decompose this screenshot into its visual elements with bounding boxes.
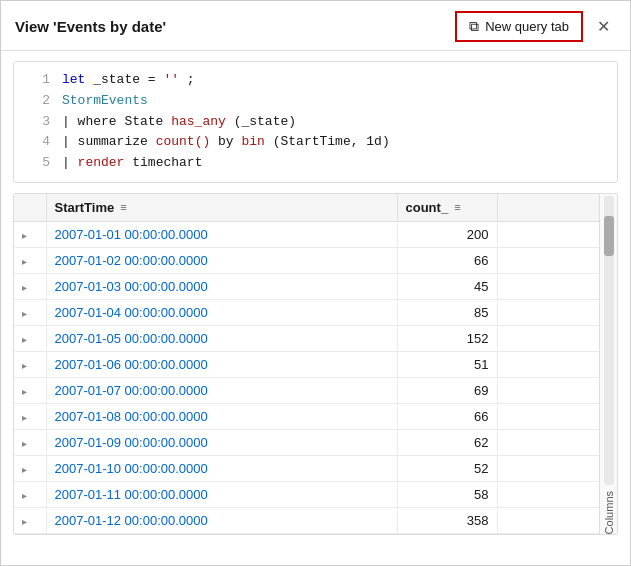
expand-chevron-icon[interactable]: ▸ [22, 256, 27, 267]
table-header-row: StartTime ≡ count_ ≡ [14, 194, 617, 222]
row-expand-cell[interactable]: ▸ [14, 247, 46, 273]
row-count-cell: 200 [397, 221, 497, 247]
results-table: StartTime ≡ count_ ≡ ▸2007-01-01 00:00:0… [14, 194, 617, 534]
row-expand-cell[interactable]: ▸ [14, 533, 46, 534]
expand-chevron-icon[interactable]: ▸ [22, 282, 27, 293]
row-starttime-cell: 2007-01-08 00:00:00.0000 [46, 403, 397, 429]
table-row[interactable]: ▸2007-01-10 00:00:00.000052 [14, 455, 617, 481]
new-query-tab-button[interactable]: ⧉ New query tab [455, 11, 583, 42]
row-expand-cell[interactable]: ▸ [14, 507, 46, 533]
row-expand-cell[interactable]: ▸ [14, 481, 46, 507]
expand-chevron-icon[interactable]: ▸ [22, 490, 27, 501]
row-count-cell: 52 [397, 455, 497, 481]
code-line-1: 1 let _state = '' ; [14, 70, 617, 91]
row-expand-cell[interactable]: ▸ [14, 351, 46, 377]
filter-starttime-icon[interactable]: ≡ [120, 201, 126, 213]
expand-chevron-icon[interactable]: ▸ [22, 438, 27, 449]
row-count-cell: 358 [397, 507, 497, 533]
new-tab-icon: ⧉ [469, 18, 479, 35]
row-count-cell: 66 [397, 403, 497, 429]
row-expand-cell[interactable]: ▸ [14, 273, 46, 299]
header-actions: ⧉ New query tab ✕ [455, 11, 616, 42]
filter-count-icon[interactable]: ≡ [454, 201, 460, 213]
row-starttime-cell: 2007-01-13 00:00:00.0000 [46, 533, 397, 534]
expand-chevron-icon[interactable]: ▸ [22, 230, 27, 241]
row-expand-cell[interactable]: ▸ [14, 221, 46, 247]
table-row[interactable]: ▸2007-01-04 00:00:00.000085 [14, 299, 617, 325]
close-button[interactable]: ✕ [591, 15, 616, 38]
row-count-cell: 152 [397, 325, 497, 351]
table-row[interactable]: ▸2007-01-06 00:00:00.000051 [14, 351, 617, 377]
expand-chevron-icon[interactable]: ▸ [22, 412, 27, 423]
expand-chevron-icon[interactable]: ▸ [22, 464, 27, 475]
row-expand-cell[interactable]: ▸ [14, 325, 46, 351]
col-starttime-label: StartTime [55, 200, 115, 215]
code-string-1: '' [163, 72, 179, 87]
row-starttime-cell: 2007-01-02 00:00:00.0000 [46, 247, 397, 273]
table-row[interactable]: ▸2007-01-09 00:00:00.000062 [14, 429, 617, 455]
row-starttime-cell: 2007-01-01 00:00:00.0000 [46, 221, 397, 247]
columns-panel[interactable]: Columns [599, 194, 617, 534]
view-title: View 'Events by date' [15, 18, 166, 35]
row-starttime-cell: 2007-01-09 00:00:00.0000 [46, 429, 397, 455]
kw-count: count() [156, 134, 211, 149]
kw-bin: bin [241, 134, 264, 149]
expand-chevron-icon[interactable]: ▸ [22, 516, 27, 527]
code-editor: 1 let _state = '' ; 2 StormEvents 3 | wh… [13, 61, 618, 183]
table-wrapper[interactable]: StartTime ≡ count_ ≡ ▸2007-01-01 00:00:0… [14, 194, 617, 534]
row-starttime-cell: 2007-01-04 00:00:00.0000 [46, 299, 397, 325]
col-count-label: count_ [406, 200, 449, 215]
table-row[interactable]: ▸2007-01-03 00:00:00.000045 [14, 273, 617, 299]
row-count-cell: 45 [397, 273, 497, 299]
row-starttime-cell: 2007-01-07 00:00:00.0000 [46, 377, 397, 403]
code-line-4: 4 | summarize count() by bin (StartTime,… [14, 132, 617, 153]
col-starttime[interactable]: StartTime ≡ [46, 194, 397, 222]
header: View 'Events by date' ⧉ New query tab ✕ [1, 1, 630, 51]
row-starttime-cell: 2007-01-06 00:00:00.0000 [46, 351, 397, 377]
results-table-container: StartTime ≡ count_ ≡ ▸2007-01-01 00:00:0… [13, 193, 618, 535]
code-line-5: 5 | render timechart [14, 153, 617, 174]
row-expand-cell[interactable]: ▸ [14, 403, 46, 429]
row-starttime-cell: 2007-01-12 00:00:00.0000 [46, 507, 397, 533]
expand-chevron-icon[interactable]: ▸ [22, 360, 27, 371]
row-expand-cell[interactable]: ▸ [14, 455, 46, 481]
row-starttime-cell: 2007-01-03 00:00:00.0000 [46, 273, 397, 299]
table-row[interactable]: ▸2007-01-01 00:00:00.0000200 [14, 221, 617, 247]
row-count-cell: 58 [397, 481, 497, 507]
kw-has-any: has_any [171, 114, 226, 129]
table-row[interactable]: ▸2007-01-12 00:00:00.0000358 [14, 507, 617, 533]
row-count-cell: 174 [397, 533, 497, 534]
row-starttime-cell: 2007-01-05 00:00:00.0000 [46, 325, 397, 351]
row-expand-cell[interactable]: ▸ [14, 299, 46, 325]
table-body: ▸2007-01-01 00:00:00.0000200▸2007-01-02 … [14, 221, 617, 534]
row-count-cell: 66 [397, 247, 497, 273]
code-entity: StormEvents [62, 91, 148, 112]
table-row[interactable]: ▸2007-01-02 00:00:00.000066 [14, 247, 617, 273]
row-expand-cell[interactable]: ▸ [14, 429, 46, 455]
row-count-cell: 85 [397, 299, 497, 325]
code-line-2: 2 StormEvents [14, 91, 617, 112]
new-query-tab-label: New query tab [485, 19, 569, 34]
row-starttime-cell: 2007-01-11 00:00:00.0000 [46, 481, 397, 507]
table-row[interactable]: ▸2007-01-05 00:00:00.0000152 [14, 325, 617, 351]
columns-label[interactable]: Columns [603, 487, 615, 534]
row-starttime-cell: 2007-01-10 00:00:00.0000 [46, 455, 397, 481]
expand-col-header [14, 194, 46, 222]
expand-chevron-icon[interactable]: ▸ [22, 308, 27, 319]
table-row[interactable]: ▸2007-01-11 00:00:00.000058 [14, 481, 617, 507]
table-row[interactable]: ▸2007-01-13 00:00:00.0000174 [14, 533, 617, 534]
row-count-cell: 69 [397, 377, 497, 403]
scroll-thumb [604, 216, 614, 256]
table-row[interactable]: ▸2007-01-08 00:00:00.000066 [14, 403, 617, 429]
code-line-3: 3 | where State has_any (_state) [14, 112, 617, 133]
expand-chevron-icon[interactable]: ▸ [22, 334, 27, 345]
table-row[interactable]: ▸2007-01-07 00:00:00.000069 [14, 377, 617, 403]
title-quoted: 'Events by date' [53, 18, 166, 35]
line-number-3: 3 [22, 112, 50, 133]
line-number-5: 5 [22, 153, 50, 174]
col-count[interactable]: count_ ≡ [397, 194, 497, 222]
expand-chevron-icon[interactable]: ▸ [22, 386, 27, 397]
scroll-track [604, 196, 614, 485]
row-expand-cell[interactable]: ▸ [14, 377, 46, 403]
kw-let: let [62, 72, 85, 87]
